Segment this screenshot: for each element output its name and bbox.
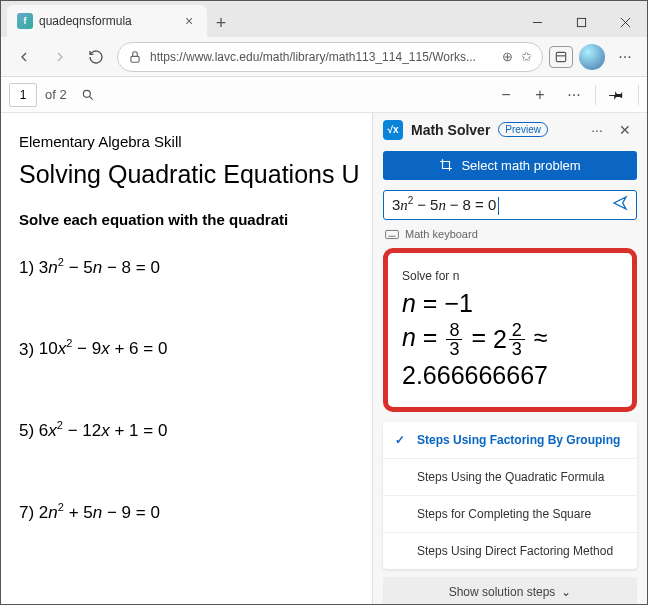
favorite-icon[interactable]: ✩ [521, 49, 532, 64]
lock-icon [128, 50, 142, 64]
back-button[interactable] [9, 42, 39, 72]
math-keyboard-label: Math keyboard [405, 228, 478, 240]
math-solver-logo-icon: √x [383, 120, 403, 140]
toolbar-divider-2 [638, 85, 639, 105]
doc-heading: Solving Quadratic Equations U [19, 160, 354, 189]
pane-close-icon[interactable]: ✕ [613, 118, 637, 142]
tab-title: quadeqnsformula [39, 14, 175, 28]
math-solver-pane: √x Math Solver Preview ··· ✕ Select math… [372, 113, 647, 605]
url-text: https://www.lavc.edu/math/library/math11… [150, 50, 494, 64]
chevron-down-icon: ⌄ [561, 585, 571, 599]
zoom-icon[interactable]: ⊕ [502, 49, 513, 64]
select-math-problem-button[interactable]: Select math problem [383, 151, 637, 180]
show-steps-label: Show solution steps [449, 585, 556, 599]
doc-instruction: Solve each equation with the quadrati [19, 211, 354, 228]
solve-for-label: Solve for n [402, 269, 618, 283]
problem-7: 7) 2n2 + 5n − 9 = 0 [19, 501, 354, 523]
browser-tab[interactable]: f quadeqnsformula × [7, 5, 207, 37]
find-icon[interactable] [75, 82, 101, 108]
math-keyboard-toggle[interactable]: Math keyboard [373, 228, 647, 248]
keyboard-icon [385, 229, 399, 240]
problem-1: 1) 3n2 − 5n − 8 = 0 [19, 256, 354, 278]
profile-avatar[interactable] [579, 44, 605, 70]
pane-title: Math Solver [411, 122, 490, 138]
collections-button[interactable] [549, 46, 573, 68]
close-tab-icon[interactable]: × [181, 13, 197, 29]
new-tab-button[interactable]: + [207, 9, 235, 37]
doc-skill-line: Elementary Algebra Skill [19, 133, 354, 150]
close-window-button[interactable] [603, 7, 647, 37]
pane-header: √x Math Solver Preview ··· ✕ [373, 113, 647, 147]
method-quadratic-formula[interactable]: Steps Using the Quadratic Formula [383, 459, 637, 496]
pdf-toolbar: of 2 − + ··· [1, 77, 647, 113]
solution-line-1: n = −1 [402, 289, 618, 318]
page-number-input[interactable] [9, 83, 37, 107]
submit-icon[interactable] [612, 195, 628, 215]
svg-rect-9 [386, 230, 399, 238]
maximize-button[interactable] [559, 7, 603, 37]
toolbar-divider [595, 85, 596, 105]
svg-rect-4 [131, 56, 139, 62]
forward-button[interactable] [45, 42, 75, 72]
zoom-out-icon[interactable]: − [493, 82, 519, 108]
window-titlebar: f quadeqnsformula × + [1, 1, 647, 37]
solution-decimal: 2.666666667 [402, 361, 618, 390]
math-input[interactable]: 3n2 − 5n − 8 = 0 [383, 190, 637, 221]
menu-button[interactable]: ··· [611, 43, 639, 71]
svg-rect-5 [556, 52, 565, 61]
crop-icon [439, 158, 453, 172]
page-total: of 2 [45, 87, 67, 102]
solution-methods: Steps Using Factoring By Grouping Steps … [383, 422, 637, 569]
minimize-button[interactable] [515, 7, 559, 37]
show-solution-steps-button[interactable]: Show solution steps ⌄ [383, 577, 637, 605]
svg-point-7 [83, 90, 90, 97]
solution-line-2: n = 83 = 223 ≈ [402, 321, 618, 358]
preview-badge: Preview [498, 122, 548, 137]
problem-3: 3) 10x2 − 9x + 6 = 0 [19, 338, 354, 360]
pdf-document: Elementary Algebra Skill Solving Quadrat… [1, 113, 372, 605]
select-button-label: Select math problem [461, 158, 580, 173]
problem-5: 5) 6x2 − 12x + 1 = 0 [19, 419, 354, 441]
pdf-more-icon[interactable]: ··· [561, 82, 587, 108]
method-factoring-grouping[interactable]: Steps Using Factoring By Grouping [383, 422, 637, 459]
address-bar: https://www.lavc.edu/math/library/math11… [1, 37, 647, 77]
zoom-in-icon[interactable]: + [527, 82, 553, 108]
window-controls [515, 7, 647, 37]
math-input-expression: 3n2 − 5n − 8 = 0 [392, 195, 612, 216]
tab-favicon: f [17, 13, 33, 29]
method-direct-factoring[interactable]: Steps Using Direct Factoring Method [383, 533, 637, 569]
svg-rect-1 [577, 18, 585, 26]
method-completing-square[interactable]: Steps for Completing the Square [383, 496, 637, 533]
refresh-button[interactable] [81, 42, 111, 72]
svg-line-8 [89, 96, 92, 99]
pane-more-icon[interactable]: ··· [585, 118, 609, 142]
url-box[interactable]: https://www.lavc.edu/math/library/math11… [117, 42, 543, 72]
solution-card: Solve for n n = −1 n = 83 = 223 ≈ 2.6666… [383, 248, 637, 412]
pin-icon[interactable] [604, 82, 630, 108]
